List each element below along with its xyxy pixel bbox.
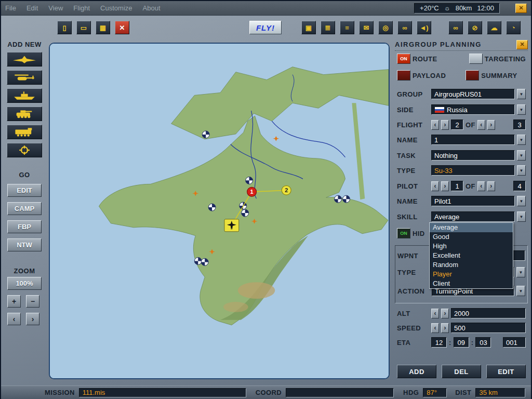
flight-total-next-button[interactable]: › xyxy=(487,120,495,130)
airfield-marker[interactable] xyxy=(202,131,209,138)
menu-about[interactable]: About xyxy=(143,4,161,12)
payload-checkbox[interactable] xyxy=(397,70,410,81)
menu-flight[interactable]: Flight xyxy=(73,4,90,12)
wpnt-type-dropdown-arrow[interactable]: ▼ xyxy=(516,267,525,277)
new-mission-button[interactable]: ▯ xyxy=(57,21,72,34)
go-edit-button[interactable]: EDIT xyxy=(7,184,42,197)
skill-field[interactable]: Average xyxy=(431,211,515,222)
skill-option-excellent[interactable]: Excellent xyxy=(430,251,513,260)
group-field[interactable]: AirgroupRUS01 xyxy=(431,89,515,99)
eta-hours-field[interactable]: 12 xyxy=(431,337,447,348)
skill-option-player[interactable]: Player xyxy=(430,270,513,279)
menu-customize[interactable]: Customize xyxy=(100,4,132,12)
name-field[interactable]: 1 xyxy=(431,135,515,145)
weather-button[interactable]: ☁ xyxy=(487,21,501,34)
zoom-in-button[interactable]: + xyxy=(7,295,21,308)
delete-waypoint-button[interactable]: DEL xyxy=(442,365,481,378)
zoom-level-button[interactable]: 100% xyxy=(7,277,42,290)
add-airplane-button[interactable] xyxy=(7,52,42,66)
airfield-marker[interactable] xyxy=(335,195,342,203)
waypoint-1[interactable]: 1 xyxy=(247,187,257,196)
add-waypoint-button[interactable]: ADD xyxy=(397,365,436,378)
menu-file[interactable]: File xyxy=(5,4,16,12)
aircraft-marker[interactable] xyxy=(224,219,239,232)
alt-field[interactable]: 2000 xyxy=(451,308,526,318)
hidden-toggle[interactable]: ON xyxy=(397,228,410,238)
type-dropdown-arrow[interactable]: ▼ xyxy=(517,165,526,176)
go-camp-button[interactable]: CAMP xyxy=(7,202,42,215)
alt-prev-button[interactable]: ‹ xyxy=(431,309,439,318)
add-vehicle-button[interactable] xyxy=(7,107,42,121)
eta-extra-field[interactable]: 001 xyxy=(503,337,526,348)
pilot-total-next-button[interactable]: › xyxy=(487,181,495,191)
skill-dropdown-arrow[interactable]: ▼ xyxy=(517,211,526,222)
message-button[interactable]: ✉ xyxy=(359,21,374,34)
add-ship-button[interactable] xyxy=(7,88,42,103)
pilot-name-dropdown-arrow[interactable]: ▼ xyxy=(517,196,526,206)
app-close-button[interactable]: ✕ xyxy=(515,4,527,13)
restrictions-button[interactable]: ⊘ xyxy=(468,21,482,34)
add-target-button[interactable] xyxy=(7,143,42,157)
eta-minutes-field[interactable]: 09 xyxy=(454,337,469,348)
map-window-button[interactable]: ▣ xyxy=(301,21,316,34)
pilot-name-field[interactable]: Pilot1 xyxy=(431,196,515,206)
pilot-number-field[interactable]: 1 xyxy=(451,181,463,191)
briefing-button[interactable]: ≣ xyxy=(321,21,335,34)
name-dropdown-arrow[interactable]: ▼ xyxy=(517,135,526,145)
task-field[interactable]: Nothing xyxy=(431,150,515,161)
speed-next-button[interactable]: › xyxy=(441,323,449,333)
action-dropdown-arrow[interactable]: ▼ xyxy=(516,286,525,296)
waypoint-2[interactable]: 2 xyxy=(282,185,291,195)
pilot-prev-button[interactable]: ‹ xyxy=(431,181,439,191)
type-field[interactable]: Su-33 xyxy=(431,165,515,176)
skill-option-average[interactable]: Average xyxy=(430,223,513,232)
alt-next-button[interactable]: › xyxy=(441,309,449,318)
flight-total-field[interactable]: 3 xyxy=(513,119,526,130)
delete-button[interactable]: ✕ xyxy=(115,21,129,34)
views-button[interactable]: ∞ xyxy=(397,21,412,34)
group-dropdown-arrow[interactable]: ▼ xyxy=(517,89,526,99)
flight-next-button[interactable]: › xyxy=(441,120,449,130)
pilot-next-button[interactable]: › xyxy=(441,181,449,191)
route-toggle[interactable]: ON xyxy=(397,54,410,64)
skill-option-good[interactable]: Good xyxy=(430,232,513,242)
airfield-marker[interactable] xyxy=(208,204,216,211)
targeting-checkbox[interactable] xyxy=(469,54,483,64)
skill-option-high[interactable]: High xyxy=(430,242,513,251)
add-train-button[interactable] xyxy=(7,125,42,139)
speed-field[interactable]: 500 xyxy=(451,323,526,333)
menu-view[interactable]: View xyxy=(48,4,63,12)
description-button[interactable]: ≡ xyxy=(340,21,354,34)
airfield-marker[interactable] xyxy=(246,177,253,184)
fly-button[interactable]: FLY! xyxy=(249,21,282,34)
eta-seconds-field[interactable]: 03 xyxy=(475,337,491,348)
airfield-marker[interactable] xyxy=(242,209,249,217)
panel-close-button[interactable]: ✕ xyxy=(516,40,528,49)
airfield-marker[interactable] xyxy=(201,258,208,265)
flight-total-prev-button[interactable]: ‹ xyxy=(477,120,485,130)
go-fbp-button[interactable]: FBP xyxy=(7,220,42,233)
speed-prev-button[interactable]: ‹ xyxy=(431,323,439,333)
side-dropdown-arrow[interactable]: ▼ xyxy=(517,104,526,115)
side-field[interactable]: Russia xyxy=(431,104,515,115)
open-mission-button[interactable]: ▭ xyxy=(76,21,91,34)
flight-number-field[interactable]: 2 xyxy=(451,119,463,130)
zoom-out-button[interactable]: − xyxy=(26,295,39,308)
menu-edit[interactable]: Edit xyxy=(26,4,38,12)
summary-checkbox[interactable] xyxy=(466,70,479,81)
edit-waypoint-button[interactable]: EDIT xyxy=(486,365,526,378)
go-ntw-button[interactable]: NTW xyxy=(7,238,42,251)
task-dropdown-arrow[interactable]: ▼ xyxy=(517,150,526,161)
sound-button[interactable]: ◄) xyxy=(417,21,431,34)
airfield-marker[interactable] xyxy=(194,257,202,264)
save-mission-button[interactable]: ▦ xyxy=(96,21,110,34)
search-button[interactable]: ◎ xyxy=(378,21,393,34)
prev-button[interactable]: ‹ xyxy=(7,313,21,325)
map-view[interactable]: 1 2 xyxy=(49,43,390,379)
airfield-marker[interactable] xyxy=(343,195,350,203)
clock-button[interactable]: ◔ xyxy=(506,21,521,34)
pilot-total-field[interactable]: 4 xyxy=(513,181,526,191)
skill-option-client[interactable]: Client xyxy=(430,279,513,288)
pilot-total-prev-button[interactable]: ‹ xyxy=(477,181,485,191)
next-button[interactable]: › xyxy=(26,313,39,325)
